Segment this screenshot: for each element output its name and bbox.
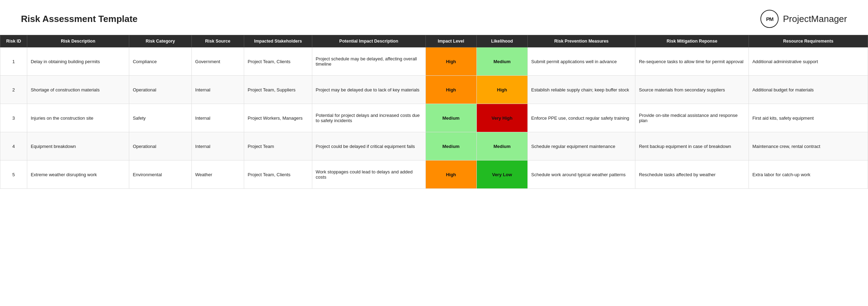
cell-likelihood: Medium — [476, 47, 527, 76]
cell-source: Internal — [191, 132, 244, 161]
cell-description: Shortage of construction materials — [27, 76, 129, 104]
table-row: 3 Injuries on the construction site Safe… — [0, 104, 868, 132]
cell-id: 5 — [0, 161, 27, 189]
cell-potential: Project schedule may be delayed, affecti… — [312, 47, 425, 76]
cell-mitigation: Rent backup equipment in case of breakdo… — [635, 132, 749, 161]
cell-likelihood: Very Low — [476, 161, 527, 189]
col-header-impact: Impact Level — [425, 35, 476, 47]
cell-prevention: Schedule regular equipment maintenance — [527, 132, 635, 161]
cell-resource: First aid kits, safety equipment — [749, 104, 868, 132]
cell-description: Delay in obtaining building permits — [27, 47, 129, 76]
col-header-likelihood: Likelihood — [476, 35, 527, 47]
cell-impact-level: High — [425, 47, 476, 76]
cell-impact-level: Medium — [425, 132, 476, 161]
cell-prevention: Establish reliable supply chain; keep bu… — [527, 76, 635, 104]
cell-category: Operational — [129, 132, 192, 161]
cell-source: Weather — [191, 161, 244, 189]
col-header-risk-id: Risk ID — [0, 35, 27, 47]
cell-prevention: Enforce PPE use, conduct regular safety … — [527, 104, 635, 132]
cell-potential: Work stoppages could lead to delays and … — [312, 161, 425, 189]
cell-impacted: Project Team — [244, 132, 312, 161]
cell-id: 3 — [0, 104, 27, 132]
cell-impact-level: High — [425, 76, 476, 104]
cell-impact-level: Medium — [425, 104, 476, 132]
brand: PM ProjectManager — [760, 10, 847, 28]
col-header-resource: Resource Requirements — [749, 35, 868, 47]
cell-category: Environmental — [129, 161, 192, 189]
table-row: 2 Shortage of construction materials Ope… — [0, 76, 868, 104]
col-header-risk-desc: Risk Description — [27, 35, 129, 47]
cell-impacted: Project Team, Clients — [244, 47, 312, 76]
table-header-row: Risk ID Risk Description Risk Category R… — [0, 35, 868, 47]
cell-description: Extreme weather disrupting work — [27, 161, 129, 189]
table-row: 5 Extreme weather disrupting work Enviro… — [0, 161, 868, 189]
cell-prevention: Submit permit applications well in advan… — [527, 47, 635, 76]
col-header-prevention: Risk Prevention Measures — [527, 35, 635, 47]
table-row: 4 Equipment breakdown Operational Intern… — [0, 132, 868, 161]
table-row: 1 Delay in obtaining building permits Co… — [0, 47, 868, 76]
cell-id: 2 — [0, 76, 27, 104]
cell-likelihood: Medium — [476, 132, 527, 161]
cell-potential: Potential for project delays and increas… — [312, 104, 425, 132]
cell-impacted: Project Team, Clients — [244, 161, 312, 189]
cell-resource: Extra labor for catch-up work — [749, 161, 868, 189]
cell-category: Safety — [129, 104, 192, 132]
col-header-potential: Potential Impact Description — [312, 35, 425, 47]
risk-table: Risk ID Risk Description Risk Category R… — [0, 35, 868, 189]
cell-impact-level: High — [425, 161, 476, 189]
cell-source: Internal — [191, 104, 244, 132]
cell-likelihood: Very High — [476, 104, 527, 132]
cell-mitigation: Reschedule tasks affected by weather — [635, 161, 749, 189]
cell-impacted: Project Workers, Managers — [244, 104, 312, 132]
col-header-impacted: Impacted Stakeholders — [244, 35, 312, 47]
cell-description: Injuries on the construction site — [27, 104, 129, 132]
cell-prevention: Schedule work around typical weather pat… — [527, 161, 635, 189]
brand-logo: PM — [760, 10, 779, 28]
cell-category: Operational — [129, 76, 192, 104]
cell-category: Compliance — [129, 47, 192, 76]
cell-resource: Maintenance crew, rental contract — [749, 132, 868, 161]
cell-description: Equipment breakdown — [27, 132, 129, 161]
brand-name: ProjectManager — [783, 14, 847, 24]
cell-source: Internal — [191, 76, 244, 104]
cell-resource: Additional budget for materials — [749, 76, 868, 104]
col-header-risk-src: Risk Source — [191, 35, 244, 47]
cell-id: 1 — [0, 47, 27, 76]
cell-potential: Project may be delayed due to lack of ke… — [312, 76, 425, 104]
cell-resource: Additional administrative support — [749, 47, 868, 76]
page-title: Risk Assessment Template — [21, 14, 138, 24]
cell-potential: Project could be delayed if critical equ… — [312, 132, 425, 161]
cell-id: 4 — [0, 132, 27, 161]
cell-mitigation: Re-sequence tasks to allow time for perm… — [635, 47, 749, 76]
col-header-risk-cat: Risk Category — [129, 35, 192, 47]
cell-source: Government — [191, 47, 244, 76]
cell-likelihood: High — [476, 76, 527, 104]
col-header-mitigation: Risk Mitigation Reponse — [635, 35, 749, 47]
cell-impacted: Project Team, Suppliers — [244, 76, 312, 104]
cell-mitigation: Provide on-site medical assistance and r… — [635, 104, 749, 132]
cell-mitigation: Source materials from secondary supplier… — [635, 76, 749, 104]
